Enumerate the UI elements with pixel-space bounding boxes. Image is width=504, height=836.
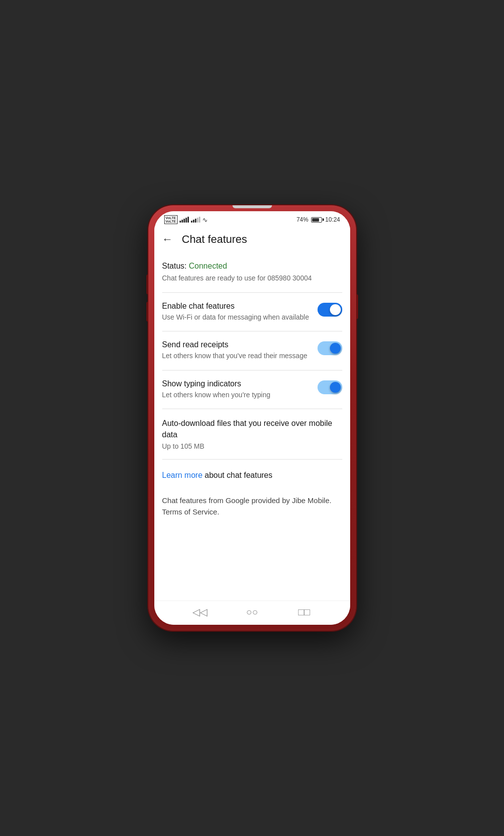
enable-chat-subtitle: Use Wi-Fi or data for messaging when ava…: [162, 313, 312, 323]
typing-indicators-toggle[interactable]: [318, 380, 342, 394]
read-receipts-text: Send read receipts Let others know that …: [162, 340, 312, 361]
signal-bar-1: [180, 221, 181, 223]
clock: 10:24: [325, 216, 340, 223]
status-description: Chat features are ready to use for 08598…: [162, 274, 342, 283]
signal-bar-2: [182, 220, 183, 223]
learn-more-link[interactable]: Learn more: [162, 471, 203, 479]
typing-indicators-subtitle: Let others know when you're typing: [162, 390, 312, 400]
signal-bar2-1: [191, 221, 192, 223]
typing-indicators-setting[interactable]: Show typing indicators Let others know w…: [154, 371, 350, 409]
signal-bar2-4: [197, 218, 198, 223]
status-section: Status: Connected Chat features are read…: [154, 253, 350, 292]
volume-up-button[interactable]: [146, 275, 148, 294]
signal-strength-2: [191, 217, 200, 223]
power-button[interactable]: [356, 294, 358, 319]
enable-chat-text: Enable chat features Use Wi-Fi or data f…: [162, 302, 312, 323]
enable-chat-setting[interactable]: Enable chat features Use Wi-Fi or data f…: [154, 293, 350, 331]
read-receipts-title: Send read receipts: [162, 340, 312, 349]
battery-fill: [312, 218, 319, 222]
home-nav-button[interactable]: ○: [244, 606, 259, 618]
nav-bar: ◁ ○ □: [154, 601, 350, 625]
enable-chat-toggle-container: [318, 303, 342, 317]
phone-notch: [232, 205, 272, 208]
autodownload-subtitle: Up to 105 MB: [162, 442, 342, 450]
learn-more-section: Learn more about chat features: [154, 460, 350, 491]
volume-down-button[interactable]: [146, 302, 148, 322]
back-button[interactable]: ←: [162, 233, 173, 246]
page-title: Chat features: [182, 233, 247, 246]
status-bar-left: VoLTE VoLTE ∿: [164, 215, 208, 224]
status-text-label: Status:: [162, 262, 187, 270]
signal-bar2-3: [195, 219, 196, 223]
enable-chat-toggle[interactable]: [318, 303, 342, 317]
read-receipts-setting[interactable]: Send read receipts Let others know that …: [154, 331, 350, 370]
read-receipts-toggle[interactable]: [318, 341, 342, 355]
wifi-icon: ∿: [202, 216, 208, 224]
battery-percent: 74%: [296, 216, 308, 223]
learn-more-rest: about chat features: [202, 471, 272, 479]
signal-bar2-2: [193, 220, 194, 223]
learn-more-text: Learn more about chat features: [162, 469, 342, 481]
typing-indicators-text: Show typing indicators Let others know w…: [162, 379, 312, 400]
signal-strength-1: [180, 217, 189, 223]
read-receipts-toggle-container: [318, 341, 342, 355]
status-connected-value: Connected: [189, 262, 227, 270]
typing-indicators-toggle-container: [318, 380, 342, 394]
signal-bar-3: [183, 219, 185, 223]
autodownload-setting[interactable]: Auto-download files that you receive ove…: [154, 409, 350, 459]
volte-indicator: VoLTE VoLTE: [164, 215, 178, 224]
app-header: ← Chat features: [154, 226, 350, 253]
typing-indicators-title: Show typing indicators: [162, 379, 312, 388]
read-receipts-subtitle: Let others know that you've read their m…: [162, 351, 312, 361]
enable-chat-title: Enable chat features: [162, 302, 312, 311]
phone-screen: VoLTE VoLTE ∿: [154, 211, 350, 625]
signal-bar2-5: [199, 217, 200, 223]
battery-icon: [311, 217, 322, 223]
recent-nav-button[interactable]: □: [297, 606, 312, 618]
phone-frame: VoLTE VoLTE ∿: [148, 205, 356, 631]
status-bar-right: 74% 10:24: [296, 216, 340, 223]
signal-bar-4: [185, 218, 187, 223]
back-nav-button[interactable]: ◁: [192, 606, 207, 618]
status-label: Status: Connected: [162, 262, 342, 271]
terms-text: Chat features from Google provided by Ji…: [162, 495, 342, 517]
terms-section: Chat features from Google provided by Ji…: [154, 491, 350, 527]
signal-bar-5: [187, 217, 189, 223]
battery-icon-container: [311, 217, 322, 223]
status-bar: VoLTE VoLTE ∿: [154, 211, 350, 226]
autodownload-title: Auto-download files that you receive ove…: [162, 418, 342, 440]
app-content: ← Chat features Status: Connected Chat f…: [154, 226, 350, 601]
